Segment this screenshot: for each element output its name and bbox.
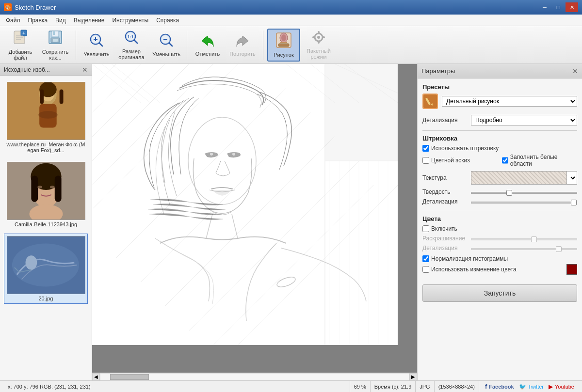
facebook-link[interactable]: Facebook: [489, 384, 514, 390]
menu-view[interactable]: Вид: [51, 16, 70, 25]
images-list: www.theplace.ru_Меган Фокс (Megan Fox)_s…: [0, 76, 92, 380]
redo-button[interactable]: Повторить: [226, 29, 259, 62]
window-title: Sketch Drawer: [15, 4, 56, 11]
horizontal-scrollbar[interactable]: ◀ ▶: [92, 373, 417, 380]
right-panel: Параметры ✕ Пресеты: [417, 64, 582, 380]
add-file-icon: +: [12, 29, 29, 48]
right-panel-close[interactable]: ✕: [572, 67, 578, 75]
hatching-detail-label: Детализация: [422, 198, 471, 205]
svg-rect-32: [318, 41, 320, 44]
zoom-in-label: Увеличить: [83, 51, 109, 57]
colorize-slider[interactable]: [471, 238, 577, 240]
preset-row: Детальный рисунок Быстрый рисунок Акваре…: [422, 94, 577, 109]
normalize-checkbox[interactable]: [422, 255, 429, 262]
drawing-label: Рисунок: [274, 52, 294, 58]
presets-title: Пресеты: [422, 83, 577, 91]
svg-line-15: [99, 43, 102, 46]
zoom-in-button[interactable]: Увеличить: [80, 29, 113, 62]
youtube-link[interactable]: Youtube: [555, 384, 574, 390]
zoom-in-icon: [89, 32, 104, 50]
enable-colors-checkbox[interactable]: [422, 225, 429, 232]
colors-detail-slider[interactable]: [471, 248, 577, 250]
image-item-2[interactable]: Camilla-Belle-1123943.jpg: [4, 159, 88, 230]
color-change-checkbox[interactable]: [422, 266, 429, 273]
presets-select[interactable]: Детальный рисунок Быстрый рисунок Акваре…: [442, 96, 577, 107]
zoom-out-label: Уменьшить: [152, 51, 180, 57]
right-panel-header: Параметры ✕: [418, 64, 582, 78]
add-file-button[interactable]: + Добавить файл: [4, 29, 37, 62]
texture-select[interactable]: ▼: [567, 172, 577, 184]
canvas-scroll[interactable]: [92, 64, 417, 373]
svg-point-49: [49, 186, 54, 188]
hatching-detail-slider[interactable]: [471, 202, 577, 204]
toolbar-sep-3: [263, 31, 263, 60]
menu-file[interactable]: Файл: [2, 16, 24, 25]
menu-help[interactable]: Справка: [152, 16, 183, 25]
title-bar-left: 🎨 Sketch Drawer: [4, 3, 56, 11]
hardness-slider[interactable]: [471, 192, 577, 194]
svg-rect-10: [53, 39, 58, 42]
save-as-button[interactable]: Сохранить как...: [39, 29, 72, 62]
app-icon: 🎨: [4, 3, 12, 11]
menu-select[interactable]: Выделение: [70, 16, 109, 25]
batch-button[interactable]: Пакетный режим: [302, 29, 335, 62]
minimize-button[interactable]: ─: [538, 2, 551, 12]
scroll-right-btn[interactable]: ▶: [409, 373, 417, 381]
svg-point-42: [38, 111, 58, 119]
hatching-detail-row: Детализация: [422, 198, 577, 205]
colorize-row: Раскрашивание: [422, 235, 577, 242]
texture-preview: [471, 172, 567, 184]
toolbar: + Добавить файл Сохранить как...: [0, 26, 582, 64]
maximize-button[interactable]: □: [552, 2, 565, 12]
enable-colors-row: Включить: [422, 225, 577, 232]
svg-text:1:1: 1:1: [127, 34, 133, 39]
redo-label: Повторить: [229, 51, 256, 57]
hatching-detail-control[interactable]: [471, 198, 577, 205]
facebook-icon: f: [485, 383, 487, 390]
hardness-control[interactable]: [471, 188, 577, 195]
color-sketch-checkbox[interactable]: [422, 157, 429, 164]
menu-edit[interactable]: Правка: [24, 16, 52, 25]
undo-button[interactable]: Отменить: [191, 29, 224, 62]
image-label-1: www.theplace.ru_Меган Фокс (Megan Fox)_s…: [6, 141, 85, 153]
color-change-label: Использовать изменение цвета: [431, 266, 517, 273]
undo-label: Отменить: [195, 51, 220, 57]
preset-icon: [422, 94, 438, 109]
color-swatch[interactable]: [566, 264, 577, 275]
close-button[interactable]: ✕: [566, 2, 578, 12]
texture-row: Текстура ▼: [422, 171, 577, 185]
add-file-label: Добавить файл: [9, 49, 32, 61]
social-links: f Facebook 🐦 Twitter ▶ Youtube: [485, 383, 574, 390]
image-item-3[interactable]: 20.jpg: [4, 234, 88, 304]
colorize-control[interactable]: [471, 235, 577, 242]
image-thumb-1: [7, 82, 85, 140]
colors-detail-control[interactable]: [471, 245, 577, 251]
drawing-button[interactable]: Рисунок: [267, 29, 300, 62]
svg-point-65: [210, 153, 213, 156]
detail-label: Детализация: [422, 117, 471, 124]
original-size-button[interactable]: 1:1 Размер оригинала: [115, 29, 148, 62]
color-change-row: Использовать изменение цвета: [422, 264, 577, 275]
use-hatching-checkbox[interactable]: [422, 145, 429, 152]
run-button[interactable]: Запустить: [422, 284, 577, 302]
svg-point-48: [37, 186, 42, 188]
svg-point-53: [25, 255, 37, 270]
svg-text:+: +: [22, 31, 25, 36]
scroll-thumb[interactable]: [110, 374, 149, 380]
menu-tools[interactable]: Инструменты: [108, 16, 152, 25]
scroll-left-btn[interactable]: ◀: [92, 373, 100, 381]
zoom-out-icon: [159, 32, 174, 50]
hardness-row: Твердость: [422, 188, 577, 195]
left-panel-title: Исходные изоб...: [4, 66, 50, 73]
svg-line-19: [134, 40, 137, 43]
zoom-out-button[interactable]: Уменьшить: [150, 29, 183, 62]
scroll-track[interactable]: [100, 373, 409, 381]
fill-white-checkbox[interactable]: [502, 157, 508, 164]
twitter-link[interactable]: Twitter: [528, 384, 544, 390]
detail-select[interactable]: Подробно Средне Быстро: [471, 115, 577, 125]
left-panel-close[interactable]: ✕: [82, 66, 88, 74]
svg-point-26: [281, 34, 286, 41]
status-format: JPG: [416, 381, 434, 392]
image-item-1[interactable]: www.theplace.ru_Меган Фокс (Megan Fox)_s…: [4, 79, 88, 156]
detail-control: Подробно Средне Быстро: [471, 115, 577, 125]
